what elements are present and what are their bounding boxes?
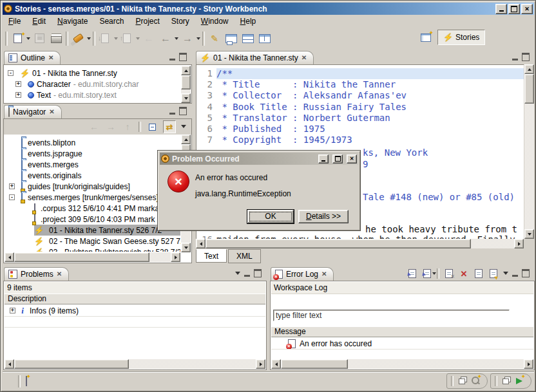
restore-view-icon[interactable] (503, 378, 509, 384)
export-log-icon[interactable] (407, 268, 417, 279)
expander-icon[interactable] (15, 92, 21, 98)
close-icon[interactable]: ✕ (321, 271, 327, 277)
maximize-view-icon[interactable] (522, 53, 530, 61)
close-icon[interactable]: ✕ (57, 271, 62, 277)
scroll-thumb[interactable] (281, 359, 348, 369)
maximize-button[interactable] (508, 4, 520, 14)
open-log-icon[interactable] (474, 268, 484, 279)
navigator-horizontal-scrollbar[interactable] (5, 252, 180, 262)
toolbar-button[interactable] (201, 31, 206, 46)
fast-view-new-icon[interactable]: ✦ (26, 377, 27, 386)
navigator-tree-item[interactable]: .project 309 5/6/10 4:03 PM mark (5, 214, 180, 225)
navigator-tree-item[interactable]: senses.merges [trunk/merges/senses] (5, 192, 180, 203)
column-header-description[interactable]: Description (5, 294, 265, 304)
drag-handle-icon[interactable] (451, 376, 454, 386)
toolbar-button[interactable] (206, 31, 223, 46)
close-icon[interactable]: ✕ (302, 55, 307, 61)
scroll-right-button[interactable] (514, 239, 524, 248)
expander-icon[interactable] (9, 183, 15, 189)
dropdown-caret[interactable] (196, 37, 200, 42)
drag-handle-icon[interactable] (495, 376, 497, 386)
toolbar-button[interactable] (223, 31, 240, 46)
minimize-view-icon[interactable] (512, 59, 518, 61)
toolbar-button[interactable] (31, 31, 48, 46)
scroll-down-button[interactable] (524, 229, 534, 239)
toolbar-button[interactable] (48, 31, 64, 46)
problems-horizontal-scrollbar[interactable] (5, 359, 265, 369)
scroll-left-button[interactable] (5, 252, 14, 262)
run-fast-view-icon[interactable]: ✦ (514, 376, 524, 386)
toolbar-button[interactable] (97, 31, 119, 46)
scroll-left-button[interactable] (271, 359, 281, 369)
scroll-right-button[interactable] (256, 359, 265, 369)
view-menu-icon[interactable] (181, 125, 186, 131)
restore-log-icon[interactable] (488, 268, 499, 279)
minimize-button[interactable] (495, 4, 507, 14)
scroll-left-button[interactable] (5, 359, 14, 369)
dropdown-caret[interactable] (136, 37, 140, 42)
back-icon[interactable] (88, 121, 100, 133)
toolbar-button[interactable] (91, 31, 97, 46)
outline-vertical-scrollbar[interactable] (181, 66, 191, 103)
dialog-title-bar[interactable]: Problem Occurred ✕ (160, 153, 358, 165)
problems-row-infos[interactable]: i Infos (9 items) (5, 305, 265, 316)
menu-item[interactable]: Navigate (52, 15, 93, 27)
menu-item[interactable]: Edit (26, 15, 52, 27)
delete-log-icon[interactable] (459, 268, 469, 279)
scroll-right-button[interactable] (171, 252, 180, 262)
view-menu-icon[interactable] (235, 272, 240, 277)
outline-child-row[interactable]: Character - edu.mit.story.char (8, 79, 191, 89)
title-bar[interactable]: Stories - senses.merges/01 - Nikita the … (3, 3, 534, 15)
toolbar-button[interactable] (179, 31, 201, 46)
toolbar-button[interactable] (240, 31, 256, 46)
view-menu-icon[interactable] (503, 272, 508, 277)
toolbar-button[interactable] (4, 31, 9, 46)
menu-item[interactable]: Window (195, 15, 235, 27)
navigator-tree-item[interactable]: events.merges (5, 159, 180, 170)
editor-vertical-scrollbar[interactable] (524, 64, 534, 239)
dialog-maximize-button[interactable] (332, 154, 343, 163)
expander-icon[interactable] (15, 81, 21, 87)
expander-icon[interactable] (10, 308, 15, 313)
link-with-editor-icon[interactable] (163, 120, 176, 133)
menu-item[interactable]: Project (129, 15, 165, 27)
navigator-tab[interactable]: Navigator ✕ (4, 105, 62, 118)
toolbar-button[interactable] (119, 31, 140, 46)
column-header-message[interactable]: Message (271, 326, 533, 337)
menu-item[interactable]: File (3, 15, 26, 27)
dropdown-caret[interactable] (87, 37, 91, 42)
expander-icon[interactable] (9, 194, 15, 200)
navigator-tree-item[interactable]: events.originals (5, 170, 180, 181)
dialog-minimize-button[interactable] (318, 154, 329, 163)
import-log-icon[interactable] (422, 268, 432, 279)
scroll-thumb[interactable] (181, 75, 191, 89)
maximize-view-icon[interactable] (522, 269, 530, 277)
maximize-view-icon[interactable] (254, 269, 262, 277)
outline-root-row[interactable]: ⚡ 01 - Nikita the Tanner.sty (8, 68, 191, 79)
close-icon[interactable]: ✕ (48, 55, 53, 61)
up-icon[interactable] (122, 121, 133, 133)
error-log-row[interactable]: An error has occured (271, 338, 533, 349)
open-perspective-icon[interactable] (418, 30, 434, 44)
editor-horizontal-scrollbar[interactable] (196, 239, 524, 248)
minimize-view-icon[interactable] (169, 59, 175, 61)
toolbar-button[interactable] (64, 31, 70, 46)
tab-xml[interactable]: XML (228, 249, 261, 263)
error-log-filter-input[interactable] (273, 310, 510, 321)
navigator-tree-item[interactable]: guides [trunk/originals/guides] (5, 181, 180, 192)
navigator-tree-item[interactable]: ⚡ 02 - The Magic Swan Geese.sty 527 7/22… (5, 236, 180, 247)
tab-text[interactable]: Text (196, 249, 227, 263)
scroll-left-button[interactable] (196, 239, 206, 248)
scroll-down-button[interactable] (181, 93, 191, 103)
dropdown-caret[interactable] (175, 37, 178, 42)
outline-child-row[interactable]: Text - edu.mit.story.text (8, 89, 191, 100)
scroll-down-button[interactable] (181, 243, 191, 252)
error-log-horizontal-scrollbar[interactable] (271, 359, 533, 369)
dropdown-caret[interactable] (114, 37, 118, 42)
problems-tab[interactable]: Problems ✕ (4, 267, 69, 281)
scroll-thumb[interactable] (14, 252, 149, 262)
navigator-tree-item[interactable]: events.jsprague (5, 148, 180, 159)
close-icon[interactable]: ✕ (49, 109, 54, 115)
editor-tab[interactable]: ⚡ 01 - Nikita the Tanner.sty ✕ (196, 51, 314, 64)
close-button[interactable]: ✕ (521, 4, 533, 14)
